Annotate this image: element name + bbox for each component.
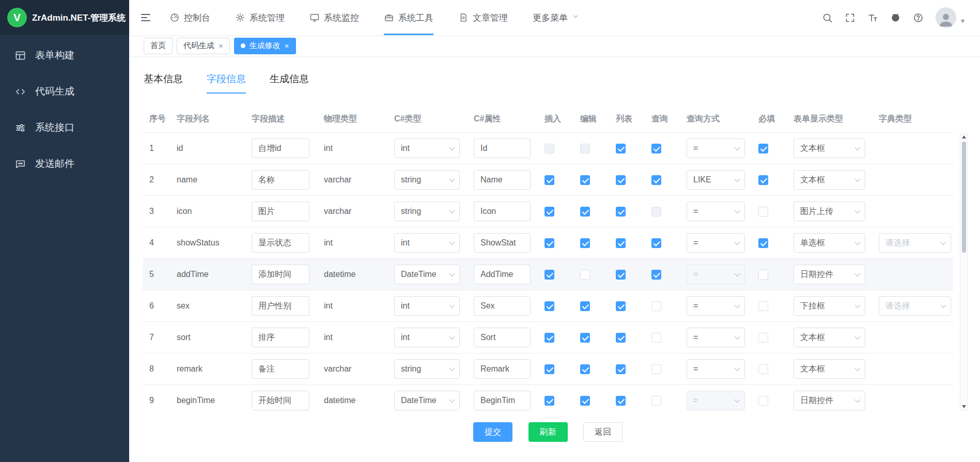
avatar[interactable]: [936, 7, 956, 28]
list-checkbox[interactable]: [616, 144, 626, 153]
description-input[interactable]: 添加时间: [252, 265, 309, 284]
list-checkbox[interactable]: [616, 175, 626, 185]
csharp_type-select[interactable]: DateTime: [394, 391, 460, 410]
query_method-select[interactable]: =: [687, 359, 745, 379]
csharp_type-select[interactable]: string: [394, 170, 460, 190]
csharp_type-select[interactable]: int: [394, 138, 460, 158]
display_type-select[interactable]: 文本框: [794, 359, 865, 379]
required-checkbox[interactable]: [758, 301, 768, 311]
insert-checkbox[interactable]: [545, 364, 554, 374]
csharp_prop-input[interactable]: Remark: [474, 359, 531, 379]
description-input[interactable]: 自增id: [252, 138, 309, 158]
list-checkbox[interactable]: [616, 396, 626, 406]
required-checkbox[interactable]: [758, 207, 768, 217]
required-checkbox[interactable]: [758, 175, 768, 185]
description-input[interactable]: 备注: [252, 359, 309, 379]
question-icon[interactable]: [913, 12, 924, 23]
edit-checkbox[interactable]: [580, 333, 590, 343]
nav-item-sys-manage[interactable]: 系统管理: [235, 0, 285, 35]
csharp_prop-input[interactable]: Id: [474, 138, 531, 158]
query_method-select[interactable]: =: [687, 391, 745, 410]
close-icon[interactable]: ×: [285, 41, 289, 50]
query-checkbox[interactable]: [651, 301, 661, 311]
nav-item-sys-monitor[interactable]: 系统监控: [309, 0, 359, 35]
tag-code-gen[interactable]: 代码生成 ×: [177, 38, 230, 54]
csharp_type-select[interactable]: int: [394, 296, 460, 316]
edit-checkbox[interactable]: [580, 396, 590, 406]
query-checkbox[interactable]: [651, 364, 661, 374]
tag-home[interactable]: 首页: [144, 38, 173, 54]
list-checkbox[interactable]: [616, 270, 626, 280]
required-checkbox[interactable]: [758, 238, 768, 248]
csharp_prop-input[interactable]: Sex: [474, 296, 531, 316]
edit-checkbox[interactable]: [580, 144, 590, 153]
list-checkbox[interactable]: [616, 207, 626, 217]
query_method-select[interactable]: =: [687, 233, 745, 253]
insert-checkbox[interactable]: [545, 175, 554, 185]
insert-checkbox[interactable]: [545, 333, 554, 343]
query-checkbox[interactable]: [651, 207, 661, 217]
sidebar-toggle-button[interactable]: [139, 11, 152, 24]
query_method-select[interactable]: =: [687, 202, 745, 221]
avatar-caret-icon[interactable]: ▾: [961, 17, 965, 25]
description-input[interactable]: 排序: [252, 328, 309, 347]
query-checkbox[interactable]: [651, 333, 661, 343]
list-checkbox[interactable]: [616, 333, 626, 343]
edit-checkbox[interactable]: [580, 270, 590, 280]
list-checkbox[interactable]: [616, 238, 626, 248]
description-input[interactable]: 开始时间: [252, 391, 309, 410]
csharp_prop-input[interactable]: BeginTim: [474, 391, 531, 410]
sidebar-item-send-mail[interactable]: 发送邮件: [0, 146, 129, 182]
required-checkbox[interactable]: [758, 144, 768, 153]
display_type-select[interactable]: 文本框: [794, 170, 865, 190]
required-checkbox[interactable]: [758, 333, 768, 343]
sidebar-item-code-gen[interactable]: 代码生成: [0, 73, 129, 110]
tag-gen-edit[interactable]: 生成修改 ×: [234, 38, 296, 54]
edit-checkbox[interactable]: [580, 238, 590, 248]
insert-checkbox[interactable]: [545, 270, 554, 280]
csharp_type-select[interactable]: DateTime: [394, 265, 460, 284]
scroll-up-arrow-icon[interactable]: [962, 135, 966, 138]
display_type-select[interactable]: 日期控件: [794, 265, 865, 284]
scroll-down-arrow-icon[interactable]: [962, 405, 966, 408]
query_method-select[interactable]: =: [687, 296, 745, 316]
edit-checkbox[interactable]: [580, 301, 590, 311]
list-checkbox[interactable]: [616, 364, 626, 374]
insert-checkbox[interactable]: [545, 144, 554, 153]
dict_type-select[interactable]: 请选择: [879, 296, 951, 316]
query_method-select[interactable]: =: [687, 328, 745, 347]
required-checkbox[interactable]: [758, 270, 768, 280]
query_method-select[interactable]: =: [687, 138, 745, 158]
query-checkbox[interactable]: [651, 238, 661, 248]
description-input[interactable]: 显示状态: [252, 233, 309, 253]
close-icon[interactable]: ×: [219, 41, 223, 50]
display_type-select[interactable]: 文本框: [794, 328, 865, 347]
back-button[interactable]: 返回: [583, 422, 623, 442]
table-scrollbar[interactable]: [960, 133, 968, 411]
nav-item-article[interactable]: 文章管理: [458, 0, 508, 35]
search-icon[interactable]: [822, 12, 833, 23]
csharp_prop-input[interactable]: Icon: [474, 202, 531, 221]
edit-checkbox[interactable]: [580, 175, 590, 185]
insert-checkbox[interactable]: [545, 238, 554, 248]
nav-item-sys-tools[interactable]: 系统工具: [384, 0, 433, 35]
sidebar-item-sys-api[interactable]: 系统接口: [0, 110, 129, 146]
edit-checkbox[interactable]: [580, 364, 590, 374]
query-checkbox[interactable]: [651, 396, 661, 406]
csharp_type-select[interactable]: int: [394, 233, 460, 253]
list-checkbox[interactable]: [616, 301, 626, 311]
csharp_prop-input[interactable]: Name: [474, 170, 531, 190]
tab-field-info[interactable]: 字段信息: [207, 73, 246, 94]
sidebar-item-form-build[interactable]: 表单构建: [0, 37, 129, 73]
display_type-select[interactable]: 图片上传: [794, 202, 865, 221]
nav-item-more-menu[interactable]: 更多菜单: [533, 0, 579, 35]
query-checkbox[interactable]: [651, 144, 661, 153]
csharp_type-select[interactable]: int: [394, 328, 460, 347]
display_type-select[interactable]: 单选框: [794, 233, 865, 253]
dict_type-select[interactable]: 请选择: [879, 233, 951, 253]
query-checkbox[interactable]: [651, 175, 661, 185]
font-size-icon[interactable]: [867, 12, 878, 23]
required-checkbox[interactable]: [758, 396, 768, 406]
github-icon[interactable]: [890, 12, 901, 23]
query_method-select[interactable]: =: [687, 265, 745, 284]
